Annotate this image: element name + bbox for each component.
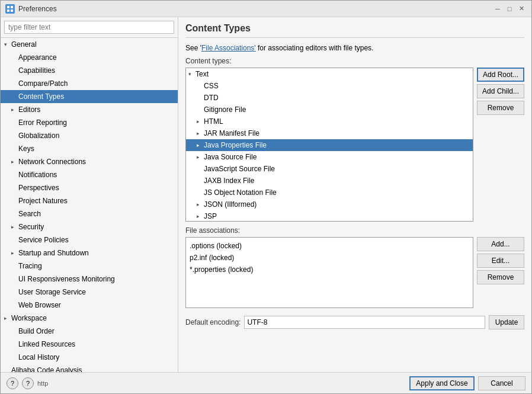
status-text: http [37,380,48,387]
tree-label: Appearance [18,52,57,63]
file-associations-link[interactable]: File Associations' [201,44,256,52]
secondary-help-button[interactable]: ? [22,377,34,389]
tree-item-build-order[interactable]: Build Order [1,325,178,338]
ct-item-java-source[interactable]: ▸ Java Source File [186,151,473,163]
ct-item-jar-manifest[interactable]: ▸ JAR Manifest File [186,127,473,139]
tree-item-workspace[interactable]: ▸Workspace [1,312,178,325]
ct-item-java-properties[interactable]: ▸ Java Properties File [186,139,473,151]
tree-arrow: ▸ [11,248,18,258]
tree-item-security[interactable]: ▸Security [1,220,178,233]
ct-arrow [197,92,204,103]
right-panel: Content Types See 'File Associations' fo… [178,17,531,372]
ct-item-jsp[interactable]: ▸ JSP [186,210,473,222]
ct-label: JAR Manifest File [204,128,259,139]
update-button[interactable]: Update [489,315,524,329]
file-assoc-area: .options (locked)p2.inf (locked)*.proper… [185,237,524,308]
apply-close-button[interactable]: Apply and Close [409,376,475,390]
tree-item-keys[interactable]: Keys [1,142,178,155]
tree-item-service-policies[interactable]: Service Policies [1,233,178,246]
tree-label: Linked Resources [18,339,75,350]
tree-label: Error Reporting [18,117,67,128]
tree-label: Keys [18,143,34,154]
svg-rect-3 [11,9,13,12]
ct-label: JAXB Index File [204,175,254,186]
tree-item-user-storage[interactable]: User Storage Service [1,286,178,299]
tree-item-startup-shutdown[interactable]: ▸Startup and Shutdown [1,246,178,260]
ct-label: Java Source File [204,152,257,162]
tree-item-appearance[interactable]: Appearance [1,51,178,64]
file-associations-list[interactable]: .options (locked)p2.inf (locked)*.proper… [185,237,473,308]
tree-item-globalization[interactable]: Globalization [1,129,178,142]
svg-rect-1 [11,6,13,8]
remove-assoc-button[interactable]: Remove [477,270,524,284]
tree-item-web-browser[interactable]: Web Browser [1,299,178,312]
add-assoc-button[interactable]: Add... [477,237,524,251]
tree-item-general[interactable]: ▾General [1,38,178,51]
tree-label: User Storage Service [18,287,86,297]
ct-item-dtd[interactable]: DTD [186,92,473,104]
cancel-button[interactable]: Cancel [478,376,525,390]
tree-item-notifications[interactable]: Notifications [1,168,178,181]
minimize-button[interactable]: ─ [492,4,503,14]
tree-item-project-natures[interactable]: Project Natures [1,194,178,207]
add-child-button[interactable]: Add Child... [477,84,524,98]
ct-arrow [197,164,204,174]
info-line: See 'File Associations' for associating … [185,44,524,52]
tree-item-editors[interactable]: ▸Editors [1,103,178,116]
tree-label: Globalization [18,130,59,141]
tree-item-capabilities[interactable]: Capabilities [1,64,178,77]
content-types-buttons: Add Root... Add Child... Remove [477,68,524,222]
help-button[interactable]: ? [7,377,18,389]
ct-arrow: ▾ [188,69,196,79]
ct-arrow: ▸ [197,152,204,162]
tree-item-perspectives[interactable]: Perspectives [1,181,178,194]
ct-item-text[interactable]: ▾ Text [186,68,473,80]
tree-item-compare-patch[interactable]: Compare/Patch [1,77,178,90]
ct-item-css[interactable]: CSS [186,80,473,92]
tree-item-ui-responsiveness[interactable]: UI Responsiveness Monitoring [1,273,178,286]
info-suffix: for associating editors with file types. [256,44,374,52]
ct-label: Java Properties File [204,140,267,150]
ct-arrow [197,187,204,198]
bottom-left: ? ? http [7,377,406,389]
window-title: Preferences [18,5,492,13]
tree-label: Project Natures [18,196,68,206]
tree-item-search[interactable]: Search [1,207,178,220]
tree-label: Local History [18,352,59,363]
edit-assoc-button[interactable]: Edit... [477,254,524,268]
encoding-input[interactable] [244,316,485,329]
ct-item-js-object-notation[interactable]: JS Object Notation File [186,187,473,198]
search-box-container [1,17,178,38]
tree-arrow: ▸ [11,104,18,115]
tree-item-linked-resources[interactable]: Linked Resources [1,338,178,351]
tree-item-content-types[interactable]: Content Types [1,90,178,103]
ct-item-html[interactable]: ▸ HTML [186,116,473,127]
tree-label: Capabilities [18,65,55,76]
tree-item-error-reporting[interactable]: Error Reporting [1,116,178,129]
add-root-button[interactable]: Add Root... [477,68,524,82]
tree-label: Security [18,222,44,232]
tree-arrow: ▾ [4,39,11,50]
content-types-list[interactable]: ▾ Text CSS DTD Gitignore File▸ HTML▸ JAR… [185,68,473,222]
tree-item-alibaba[interactable]: Alibaba Code Analysis [1,364,178,372]
tree-item-network-connections[interactable]: ▸Network Connections [1,155,178,168]
tree-label: Startup and Shutdown [18,248,89,258]
tree-label: Content Types [18,91,64,102]
tree-label: Search [18,209,41,219]
bottom-bar: ? ? http Apply and Close Cancel [1,372,531,393]
ct-item-jaxb-index[interactable]: JAXB Index File [186,175,473,187]
fa-item-options[interactable]: .options (locked) [188,240,470,252]
tree-item-tracing[interactable]: Tracing [1,260,178,273]
search-input[interactable] [4,21,174,34]
maximize-button[interactable]: □ [504,4,515,14]
close-button[interactable]: ✕ [516,4,527,14]
panel-title: Content Types [185,23,524,38]
tree-item-local-history[interactable]: Local History [1,351,178,364]
fa-item-p2inf[interactable]: p2.inf (locked) [188,252,470,264]
tree-label: Editors [18,104,40,115]
remove-content-type-button[interactable]: Remove [477,101,524,115]
ct-item-json-illformed[interactable]: ▸ JSON (Illformed) [186,198,473,210]
ct-item-javascript-source[interactable]: JavaScript Source File [186,163,473,175]
fa-item-properties[interactable]: *.properties (locked) [188,264,470,276]
ct-item-gitignore[interactable]: Gitignore File [186,104,473,116]
